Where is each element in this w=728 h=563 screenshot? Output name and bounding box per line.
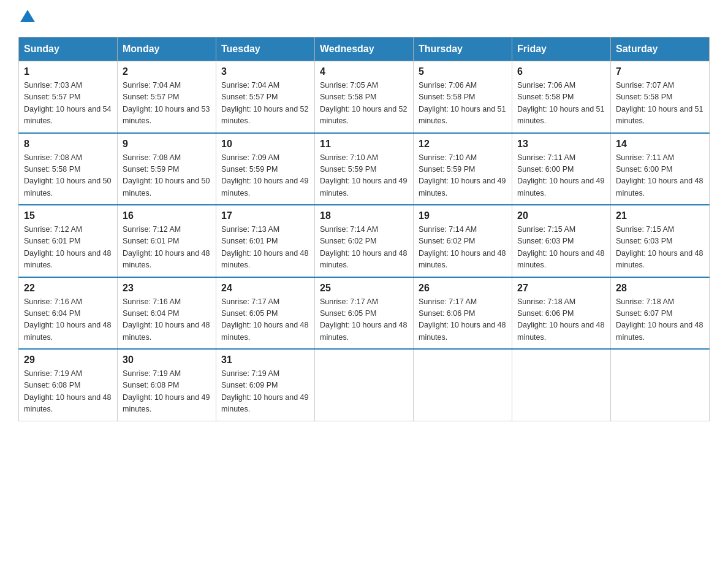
day-number: 7: [616, 66, 704, 77]
calendar-cell: 17Sunrise: 7:13 AMSunset: 6:01 PMDayligh…: [216, 205, 315, 277]
calendar-cell: 26Sunrise: 7:17 AMSunset: 6:06 PMDayligh…: [414, 277, 512, 350]
day-number: 24: [221, 283, 309, 294]
day-number: 26: [419, 283, 507, 294]
calendar-cell: 15Sunrise: 7:12 AMSunset: 6:01 PMDayligh…: [19, 205, 118, 277]
calendar-cell: 3Sunrise: 7:04 AMSunset: 5:57 PMDaylight…: [216, 61, 315, 133]
day-number: 1: [24, 66, 112, 77]
calendar-cell: 29Sunrise: 7:19 AMSunset: 6:08 PMDayligh…: [19, 349, 118, 421]
day-number: 23: [123, 283, 211, 294]
day-number: 9: [123, 139, 211, 150]
day-info: Sunrise: 7:13 AMSunset: 6:01 PMDaylight:…: [221, 224, 309, 272]
calendar-cell: 31Sunrise: 7:19 AMSunset: 6:09 PMDayligh…: [216, 349, 315, 421]
day-number: 2: [123, 66, 211, 77]
day-number: 25: [320, 283, 408, 294]
calendar-cell: 8Sunrise: 7:08 AMSunset: 5:58 PMDaylight…: [19, 133, 118, 205]
calendar-cell: 9Sunrise: 7:08 AMSunset: 5:59 PMDaylight…: [118, 133, 216, 205]
calendar-cell: [414, 349, 512, 421]
calendar-cell: [512, 349, 611, 421]
day-info: Sunrise: 7:19 AMSunset: 6:09 PMDaylight:…: [221, 368, 309, 416]
calendar-cell: 2Sunrise: 7:04 AMSunset: 5:57 PMDaylight…: [118, 61, 216, 133]
calendar-cell: 14Sunrise: 7:11 AMSunset: 6:00 PMDayligh…: [611, 133, 710, 205]
calendar-cell: 1Sunrise: 7:03 AMSunset: 5:57 PMDaylight…: [19, 61, 118, 133]
calendar-cell: 18Sunrise: 7:14 AMSunset: 6:02 PMDayligh…: [315, 205, 414, 277]
calendar-cell: 30Sunrise: 7:19 AMSunset: 6:08 PMDayligh…: [118, 349, 216, 421]
logo: [18, 12, 35, 25]
calendar-header-sunday: Sunday: [19, 37, 118, 61]
calendar-week-row: 8Sunrise: 7:08 AMSunset: 5:58 PMDaylight…: [19, 133, 710, 205]
day-number: 29: [24, 354, 112, 366]
day-info: Sunrise: 7:08 AMSunset: 5:58 PMDaylight:…: [24, 152, 112, 200]
calendar-cell: 7Sunrise: 7:07 AMSunset: 5:58 PMDaylight…: [611, 61, 710, 133]
day-number: 6: [517, 66, 605, 77]
calendar-cell: 22Sunrise: 7:16 AMSunset: 6:04 PMDayligh…: [19, 277, 118, 350]
calendar-header-row: SundayMondayTuesdayWednesdayThursdayFrid…: [19, 37, 710, 61]
day-info: Sunrise: 7:07 AMSunset: 5:58 PMDaylight:…: [616, 80, 704, 128]
calendar-header-friday: Friday: [512, 37, 611, 61]
day-info: Sunrise: 7:16 AMSunset: 6:04 PMDaylight:…: [24, 296, 112, 344]
day-number: 5: [419, 66, 507, 77]
calendar-header-tuesday: Tuesday: [216, 37, 315, 61]
day-number: 16: [123, 210, 211, 221]
calendar-week-row: 15Sunrise: 7:12 AMSunset: 6:01 PMDayligh…: [19, 205, 710, 277]
day-info: Sunrise: 7:17 AMSunset: 6:06 PMDaylight:…: [419, 296, 507, 344]
day-number: 17: [221, 210, 309, 221]
calendar-header-monday: Monday: [118, 37, 216, 61]
calendar-cell: 27Sunrise: 7:18 AMSunset: 6:06 PMDayligh…: [512, 277, 611, 350]
calendar-cell: 25Sunrise: 7:17 AMSunset: 6:05 PMDayligh…: [315, 277, 414, 350]
day-info: Sunrise: 7:14 AMSunset: 6:02 PMDaylight:…: [320, 224, 408, 272]
day-info: Sunrise: 7:15 AMSunset: 6:03 PMDaylight:…: [616, 224, 704, 272]
calendar-cell: 12Sunrise: 7:10 AMSunset: 5:59 PMDayligh…: [414, 133, 512, 205]
day-number: 28: [616, 283, 704, 294]
day-info: Sunrise: 7:12 AMSunset: 6:01 PMDaylight:…: [123, 224, 211, 272]
day-number: 11: [320, 139, 408, 150]
day-info: Sunrise: 7:19 AMSunset: 6:08 PMDaylight:…: [123, 368, 211, 416]
day-info: Sunrise: 7:18 AMSunset: 6:06 PMDaylight:…: [517, 296, 605, 344]
day-info: Sunrise: 7:12 AMSunset: 6:01 PMDaylight:…: [24, 224, 112, 272]
day-info: Sunrise: 7:11 AMSunset: 6:00 PMDaylight:…: [616, 152, 704, 200]
calendar-cell: [315, 349, 414, 421]
calendar-cell: 6Sunrise: 7:06 AMSunset: 5:58 PMDaylight…: [512, 61, 611, 133]
day-info: Sunrise: 7:05 AMSunset: 5:58 PMDaylight:…: [320, 80, 408, 128]
day-number: 8: [24, 139, 112, 150]
day-number: 4: [320, 66, 408, 77]
day-info: Sunrise: 7:04 AMSunset: 5:57 PMDaylight:…: [123, 80, 211, 128]
calendar-week-row: 22Sunrise: 7:16 AMSunset: 6:04 PMDayligh…: [19, 277, 710, 350]
day-info: Sunrise: 7:15 AMSunset: 6:03 PMDaylight:…: [517, 224, 605, 272]
calendar-cell: 24Sunrise: 7:17 AMSunset: 6:05 PMDayligh…: [216, 277, 315, 350]
day-info: Sunrise: 7:06 AMSunset: 5:58 PMDaylight:…: [517, 80, 605, 128]
day-number: 20: [517, 210, 605, 221]
calendar-week-row: 1Sunrise: 7:03 AMSunset: 5:57 PMDaylight…: [19, 61, 710, 133]
day-info: Sunrise: 7:10 AMSunset: 5:59 PMDaylight:…: [320, 152, 408, 200]
calendar-cell: 13Sunrise: 7:11 AMSunset: 6:00 PMDayligh…: [512, 133, 611, 205]
day-info: Sunrise: 7:08 AMSunset: 5:59 PMDaylight:…: [123, 152, 211, 200]
day-number: 18: [320, 210, 408, 221]
day-number: 15: [24, 210, 112, 221]
day-number: 27: [517, 283, 605, 294]
day-info: Sunrise: 7:09 AMSunset: 5:59 PMDaylight:…: [221, 152, 309, 200]
day-info: Sunrise: 7:14 AMSunset: 6:02 PMDaylight:…: [419, 224, 507, 272]
calendar-cell: 21Sunrise: 7:15 AMSunset: 6:03 PMDayligh…: [611, 205, 710, 277]
day-number: 19: [419, 210, 507, 221]
calendar-cell: 20Sunrise: 7:15 AMSunset: 6:03 PMDayligh…: [512, 205, 611, 277]
day-number: 22: [24, 283, 112, 294]
day-number: 31: [221, 354, 309, 366]
calendar-week-row: 29Sunrise: 7:19 AMSunset: 6:08 PMDayligh…: [19, 349, 710, 421]
calendar-cell: 16Sunrise: 7:12 AMSunset: 6:01 PMDayligh…: [118, 205, 216, 277]
day-info: Sunrise: 7:19 AMSunset: 6:08 PMDaylight:…: [24, 368, 112, 416]
calendar-header-saturday: Saturday: [611, 37, 710, 61]
day-number: 12: [419, 139, 507, 150]
day-number: 13: [517, 139, 605, 150]
day-info: Sunrise: 7:18 AMSunset: 6:07 PMDaylight:…: [616, 296, 704, 344]
day-info: Sunrise: 7:06 AMSunset: 5:58 PMDaylight:…: [419, 80, 507, 128]
day-number: 3: [221, 66, 309, 77]
calendar-cell: 23Sunrise: 7:16 AMSunset: 6:04 PMDayligh…: [118, 277, 216, 350]
calendar-cell: 28Sunrise: 7:18 AMSunset: 6:07 PMDayligh…: [611, 277, 710, 350]
calendar-header-thursday: Thursday: [414, 37, 512, 61]
calendar-cell: 4Sunrise: 7:05 AMSunset: 5:58 PMDaylight…: [315, 61, 414, 133]
day-info: Sunrise: 7:17 AMSunset: 6:05 PMDaylight:…: [320, 296, 408, 344]
day-number: 21: [616, 210, 704, 221]
day-number: 30: [123, 354, 211, 366]
calendar-header-wednesday: Wednesday: [315, 37, 414, 61]
calendar-cell: 11Sunrise: 7:10 AMSunset: 5:59 PMDayligh…: [315, 133, 414, 205]
calendar-cell: [611, 349, 710, 421]
